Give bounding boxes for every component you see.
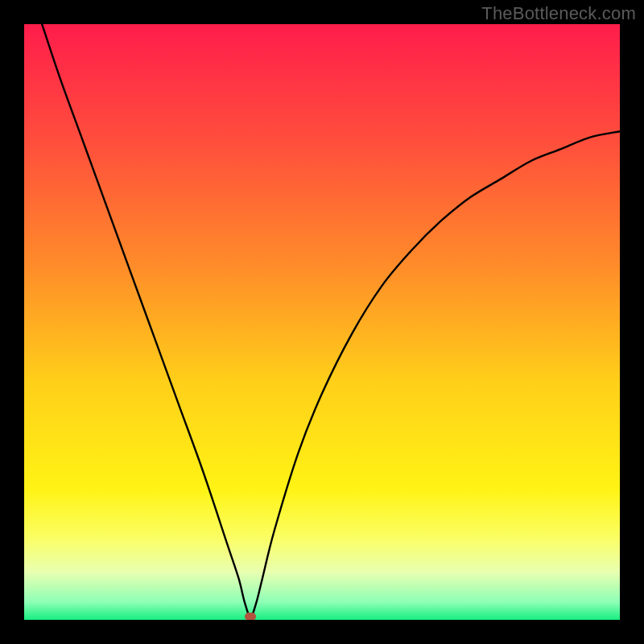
chart-frame: TheBottleneck.com — [0, 0, 644, 644]
optimum-marker — [245, 613, 256, 620]
background-rect — [24, 24, 620, 620]
plot-area — [24, 24, 620, 620]
chart-svg — [24, 24, 620, 620]
watermark-label: TheBottleneck.com — [481, 3, 636, 24]
